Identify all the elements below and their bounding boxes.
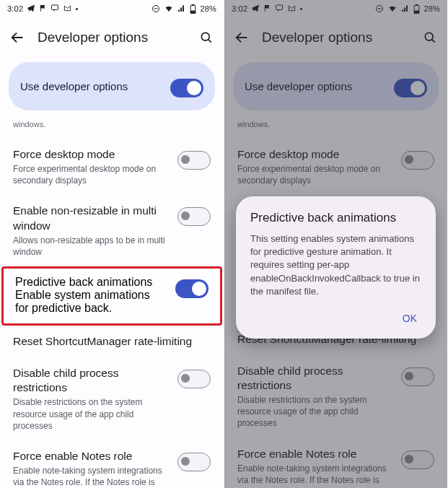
svg-rect-10 [415, 11, 420, 13]
row-predictive-back[interactable]: Predictive back animations Enable system… [1, 266, 222, 326]
chat-icon [50, 4, 59, 14]
status-bar: 3:02 28% [0, 0, 224, 17]
chat-icon [275, 4, 284, 14]
screenshot-right: 3:02 28% Developer options Use de [224, 0, 447, 488]
svg-point-7 [377, 6, 383, 12]
status-bar: 3:02 28% [224, 0, 447, 17]
row-notes-role[interactable]: Force enable Notes role Enable note-taki… [0, 440, 224, 488]
back-button[interactable] [7, 27, 27, 48]
master-toggle-row[interactable]: Use developer options [233, 62, 439, 110]
battery-pct: 28% [200, 4, 216, 13]
toggle-force-desktop[interactable] [177, 151, 211, 170]
toggle-notes-role[interactable] [177, 453, 211, 471]
row-fragment-top: windows. [224, 118, 447, 139]
row-child-process[interactable]: Disable child process restrictions Disab… [0, 357, 224, 440]
row-child-process[interactable]: Disable child process restrictions Disab… [224, 355, 447, 438]
settings-list[interactable]: Use developer options windows. Force des… [0, 58, 224, 488]
svg-rect-0 [52, 5, 58, 10]
master-toggle[interactable] [170, 79, 203, 97]
telegram-icon [27, 4, 35, 14]
gmail-icon [63, 4, 72, 14]
signal-icon [401, 4, 410, 13]
master-toggle-label: Use developer options [20, 80, 128, 92]
toggle-force-desktop[interactable] [401, 151, 434, 170]
toggle-notes-role[interactable] [401, 450, 434, 469]
svg-point-11 [425, 32, 433, 40]
wifi-icon [387, 4, 398, 13]
search-button[interactable] [196, 27, 216, 48]
status-time: 3:02 [232, 4, 247, 13]
toggle-child-process[interactable] [401, 367, 434, 386]
dialog-ok-button[interactable]: OK [398, 308, 421, 328]
screenshot-left: 3:02 28% Developer options Use de [0, 0, 224, 488]
svg-rect-4 [191, 11, 196, 13]
row-force-desktop[interactable]: Force desktop mode Force experimental de… [224, 139, 447, 196]
svg-rect-9 [416, 4, 418, 5]
app-bar: Developer options [0, 17, 224, 58]
dot-icon [76, 8, 78, 10]
battery-icon [190, 4, 196, 14]
app-bar: Developer options [224, 17, 447, 58]
page-title: Developer options [262, 30, 410, 45]
flag-icon [39, 4, 47, 14]
dnd-icon [375, 4, 384, 13]
flag-icon [263, 4, 271, 14]
search-button[interactable] [420, 27, 440, 48]
status-time: 3:02 [7, 4, 23, 13]
page-title: Developer options [38, 30, 186, 45]
dialog-predictive-back: Predictive back animations This setting … [236, 196, 436, 339]
svg-rect-3 [193, 4, 195, 5]
back-button[interactable] [232, 27, 252, 48]
master-toggle-row[interactable]: Use developer options [9, 62, 215, 110]
row-nonresizable[interactable]: Enable non-resizable in multi window All… [0, 195, 224, 266]
dot-icon [300, 8, 302, 10]
toggle-nonresizable[interactable] [177, 207, 211, 226]
toggle-predictive-back[interactable] [175, 279, 208, 298]
toggle-child-process[interactable] [177, 370, 211, 388]
battery-pct: 28% [423, 4, 440, 13]
telegram-icon [251, 4, 260, 14]
row-force-desktop[interactable]: Force desktop mode Force experimental de… [0, 139, 224, 196]
row-reset-shortcut[interactable]: Reset ShortcutManager rate-limiting [0, 326, 224, 357]
dialog-body: This setting enables system animations f… [250, 232, 421, 298]
master-toggle-label: Use developer options [245, 80, 352, 92]
svg-rect-6 [276, 5, 283, 10]
master-toggle[interactable] [394, 79, 427, 97]
svg-rect-8 [415, 5, 420, 13]
battery-icon [413, 4, 420, 14]
svg-point-5 [201, 32, 209, 40]
wifi-icon [164, 4, 174, 13]
gmail-icon [287, 4, 297, 14]
row-fragment-top: windows. [0, 118, 224, 139]
row-notes-role[interactable]: Force enable Notes role Enable note-taki… [224, 438, 447, 488]
dialog-title: Predictive back animations [250, 211, 421, 225]
signal-icon [177, 4, 186, 13]
dnd-icon [151, 4, 160, 13]
